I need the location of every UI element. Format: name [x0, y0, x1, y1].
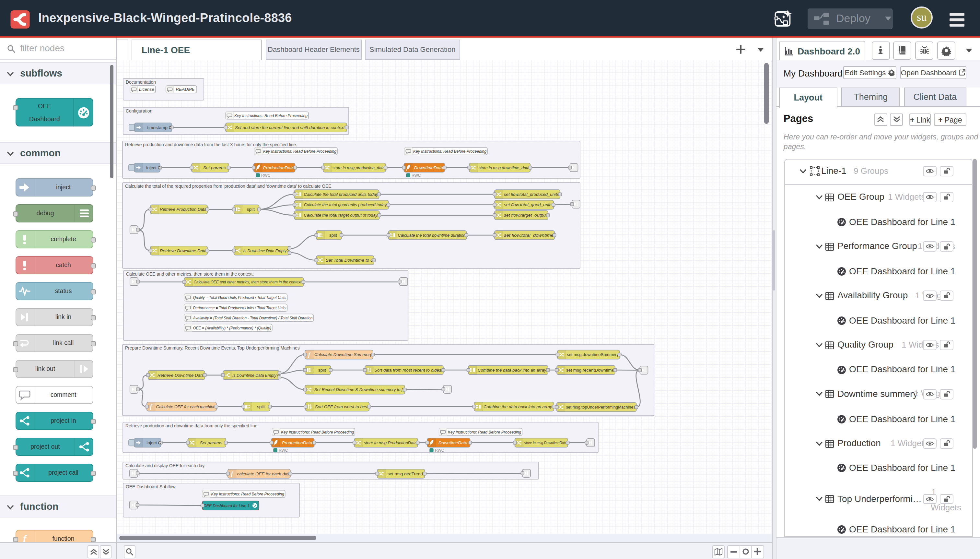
svg-text:set flow.target_output: set flow.target_output [504, 213, 547, 218]
svg-text:Calculate OEE and other metric: Calculate OEE and other metrics, then st… [193, 280, 302, 284]
svg-text:Calculate OEE and other metric: Calculate OEE and other metrics, then st… [126, 272, 254, 276]
svg-text:set msg.oeeTrend: set msg.oeeTrend [388, 471, 423, 476]
svg-text:Performance = Total Produced U: Performance = Total Produced Units / Tot… [193, 306, 286, 310]
svg-text:Retrieve production and downti: Retrieve production and downtime data fr… [125, 142, 297, 147]
svg-text:README: README [176, 87, 195, 92]
svg-text:Key Instructions: Read Before: Key Instructions: Read Before Proceeding [281, 430, 354, 435]
svg-text:Documentation: Documentation [126, 80, 156, 84]
svg-text:split: split [318, 368, 326, 372]
svg-text:Combine the data back into an: Combine the data back into an array. [483, 404, 553, 409]
svg-text:Calculate and display OEE for: Calculate and display OEE for each day. [125, 463, 205, 468]
svg-text:calculate OEE for each day: calculate OEE for each day [237, 471, 290, 476]
svg-text:Key Instructions: Read Before: Key Instructions: Read Before Proceeding [413, 149, 487, 154]
svg-text:inject: inject [147, 440, 157, 445]
svg-text:ProductionData: ProductionData [282, 440, 312, 445]
svg-text:split: split [329, 233, 337, 238]
svg-text:Calculate the total downtime d: Calculate the total downtime duration [398, 233, 466, 238]
svg-text:split: split [247, 207, 255, 212]
svg-text:Retrieve Downtime Data: Retrieve Downtime Data [157, 373, 204, 378]
svg-text:set msg.topUnderPerformingMach: set msg.topUnderPerformingMachines [566, 405, 635, 410]
svg-text:Set Recent Downtime & Downtime: Set Recent Downtime & Downtime summery t… [314, 387, 404, 392]
svg-text:Retrieve Production Data: Retrieve Production Data [160, 207, 206, 212]
svg-text:Set Total Downtime to 0: Set Total Downtime to 0 [326, 258, 373, 263]
svg-text:Quality = Total Good Units Pro: Quality = Total Good Units Produced / To… [193, 295, 286, 300]
svg-text:Calculate the total target out: Calculate the total target output of tod… [304, 213, 378, 218]
svg-text:RWC: RWC [261, 173, 271, 178]
svg-text:Is Downtime Data Empty?: Is Downtime Data Empty? [243, 248, 289, 253]
svg-text:Calculate the total good units: Calculate the total good units produced … [304, 202, 388, 207]
svg-text:Set and store the current line: Set and store the current line and shift… [235, 125, 346, 130]
svg-text:OEE Dashboard Subflow: OEE Dashboard Subflow [126, 485, 175, 489]
svg-text:set msg.recentDowntime: set msg.recentDowntime [566, 368, 614, 372]
svg-text:inject: inject [146, 165, 157, 170]
svg-text:Combine the data back into an: Combine the data back into an array. [478, 368, 547, 372]
svg-text:OEE Dashboard for Line 1: OEE Dashboard for Line 1 [203, 503, 249, 508]
svg-text:Key Instructions: Read Before: Key Instructions: Read Before Proceeding [234, 113, 308, 118]
svg-text:Calculate the total produced u: Calculate the total produced units today [304, 192, 378, 197]
svg-text:set flow.total_downtime: set flow.total_downtime [504, 233, 554, 238]
svg-text:Prepare Downtime Summary, Rece: Prepare Downtime Summary, Recent Downtim… [125, 346, 300, 351]
svg-text:Is Downtime Data Empty?: Is Downtime Data Empty? [233, 373, 279, 378]
svg-text:DowntimeData: DowntimeData [414, 165, 443, 170]
svg-text:Set params: Set params [200, 440, 222, 445]
svg-text:RWC: RWC [279, 448, 288, 453]
svg-text:set flow.total_good_units: set flow.total_good_units [504, 202, 553, 207]
svg-text:Retrieve Downtime Data: Retrieve Downtime Data [160, 248, 206, 253]
svg-text:RWC: RWC [412, 173, 421, 178]
svg-text:Calculate Downtime Summery: Calculate Downtime Summery [314, 352, 372, 357]
svg-text:Availavity = (Total Shift Dura: Availavity = (Total Shift Duration - Tot… [193, 316, 313, 320]
svg-text:split: split [257, 404, 265, 409]
svg-text:Key Instructions: Read Before: Key Instructions: Read Before Proceeding [211, 491, 284, 496]
svg-text:Key Instructions: Read Before: Key Instructions: Read Before Proceeding [263, 149, 337, 154]
svg-text:Sort data from most recent to: Sort data from most recent to oldest [374, 368, 443, 372]
svg-text:Calculate the total of the req: Calculate the total of the required prop… [125, 184, 331, 189]
svg-text:store in msg.production_data: store in msg.production_data [333, 165, 385, 170]
svg-text:store in msg.DowntimeData: store in msg.DowntimeData [525, 440, 567, 445]
svg-text:Key Instructions: Read Before: Key Instructions: Read Before Proceeding [448, 430, 521, 435]
svg-text:timestamp: timestamp [147, 125, 168, 130]
svg-text:RWC: RWC [435, 448, 444, 453]
svg-text:ProductionData: ProductionData [263, 165, 294, 170]
svg-text:Set params: Set params [203, 165, 226, 170]
svg-text:Sort OEE from worst to best: Sort OEE from worst to best [315, 404, 369, 409]
svg-text:OEE = (Availability) * (Perfor: OEE = (Availability) * (Performance) * (… [193, 326, 271, 331]
svg-text:DowntimeData: DowntimeData [439, 440, 468, 445]
svg-text:set msg.downtimeSummery: set msg.downtimeSummery [567, 352, 619, 357]
svg-text:store in msg.ProductionData: store in msg.ProductionData [364, 440, 417, 445]
svg-text:set flow.total_produced_units: set flow.total_produced_units [504, 192, 559, 197]
svg-text:Calculate OEE for each machine: Calculate OEE for each machine [156, 404, 216, 409]
svg-text:License: License [139, 87, 154, 92]
svg-text:store in msg.downtime_data: store in msg.downtime_data [478, 165, 530, 170]
svg-text:Retrieve production and downti: Retrieve production and downtime data fr… [125, 423, 259, 428]
svg-text:Configuration: Configuration [126, 109, 152, 114]
